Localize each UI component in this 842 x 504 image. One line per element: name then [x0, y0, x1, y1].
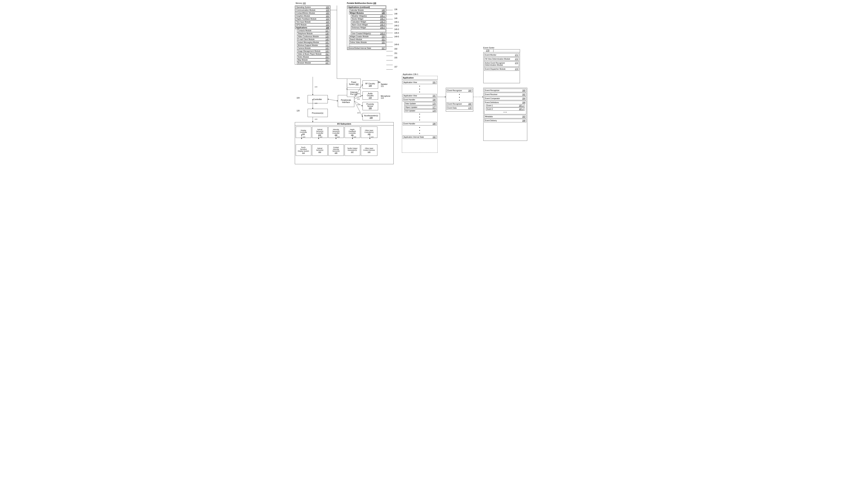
ref-149-2-label: 149-2	[394, 25, 399, 27]
device-module-row: Widget Creator Module150	[349, 35, 386, 38]
module-name: Contact/Motion Module	[296, 12, 315, 14]
device-module-name: ...	[350, 44, 351, 46]
hit-view-row: Hit View Determination Module 172	[484, 57, 519, 61]
module-name: Instant Messaging Module	[298, 41, 319, 43]
er-comparator-row: Event Comparator 184	[484, 97, 526, 100]
ref-157-label: 157	[394, 66, 398, 68]
module-ref: 130	[326, 12, 329, 14]
device-module-row: Calculator Widget149-3	[351, 20, 386, 23]
diagram-container: Memory 102 Operating System126Communicat…	[293, 0, 549, 165]
module-ref: 154	[326, 59, 329, 61]
device-module-ref: 149-4	[380, 24, 385, 26]
controller-box: Controller	[308, 95, 328, 103]
er-metadata-row: Metadata 183	[484, 115, 526, 118]
module-ref: 147	[326, 62, 329, 64]
svg-text:103: 103	[357, 104, 360, 106]
svg-text:103: 103	[357, 98, 360, 100]
app-view-2-box: Application View 191	[403, 94, 437, 97]
rf-box: RF Circuitry 108	[363, 80, 378, 89]
device-module-ref: 157	[382, 47, 385, 49]
device-module-row: ...	[351, 29, 386, 32]
event-sorter-ref: 170	[486, 49, 489, 52]
app-view-1-box: Application View 191	[403, 80, 437, 84]
ref-149-3-label: 149-3	[394, 28, 399, 30]
proximity-label: Proximity Sensor 166	[366, 103, 374, 109]
ref-149-6-label: 149-6	[394, 43, 399, 46]
module-name: Operating System	[296, 6, 311, 8]
memory-module-row: GPS Module135	[295, 23, 330, 26]
antenna-icon: ⌲	[378, 80, 381, 84]
memory-module-row: Telephone Module138	[297, 32, 330, 35]
event-sorter-label: Event Sorter	[483, 47, 494, 49]
module-name: Notes Module	[298, 56, 309, 58]
dots-1: •••	[402, 85, 437, 93]
module-ref: 142	[326, 44, 329, 46]
io-title: I/O Subsystem	[295, 122, 393, 125]
module-name: Haptic Feedback Module	[296, 18, 317, 20]
event2-row: Event 2 187-2	[486, 108, 525, 111]
module-name: Camera Module	[298, 47, 311, 49]
memory-module-row: Video Conference Module139	[297, 35, 330, 38]
device-module-row: Device/Global Internal State157	[348, 47, 386, 50]
module-name: GPS Module	[296, 24, 307, 26]
device-module-name: Online Video Module	[350, 41, 367, 43]
module-ref: 137	[326, 30, 329, 32]
module-ref: 128	[326, 9, 329, 11]
event-dispatcher-row: Event Dispatcher Module 174	[484, 67, 519, 71]
device-module-name: Applications (continued)	[348, 6, 370, 8]
accelerometer-box: Accelerometer(s) 168	[363, 113, 380, 120]
device-module-ref: 150	[382, 35, 385, 37]
audio-box: Audio Circuitry 110	[363, 91, 378, 100]
memory-module-row: Contact/Motion Module130	[295, 12, 330, 15]
device-module-row: Calendar Module148	[349, 9, 386, 12]
ref-120: 120	[297, 110, 300, 112]
device-module-name: Calculator Widget	[352, 21, 366, 23]
event-definitions-box: Event Definitions 186 Event 1 187-1 Even…	[484, 101, 526, 114]
module-name: Video & Music Player Module	[298, 53, 321, 55]
device-module-row: Stocks Widget149-2	[351, 18, 386, 20]
device-module-ref: 148	[382, 9, 385, 11]
device-module-name: User-Created Widget(s)	[352, 33, 371, 35]
active-event-row: Active Event Recognizer Determination Mo…	[484, 61, 519, 67]
device-module-ref: 149	[382, 12, 385, 14]
other-input-devices-box: Other InputControl Devices116	[361, 144, 378, 156]
device-module-name: Weather Widget(s)	[352, 15, 367, 17]
application-136-1-label: Application 136-1	[403, 73, 418, 75]
external-port-label: External Port 124	[350, 91, 357, 95]
processor-box: Processor(s)	[308, 109, 328, 117]
audio-label: Audio Circuitry 110	[367, 92, 374, 98]
ref-149-5-label: 149-5	[394, 36, 399, 38]
accelerometer-label: Accelerometer(s) 168	[363, 115, 380, 119]
ref-149-4-label: 149-4	[394, 32, 399, 34]
data-updater-box: Data Updater 176	[404, 102, 437, 105]
memory-module-row: Haptic Feedback Module133	[295, 18, 330, 20]
event-recognizer-mid-1: Event Recognizer 180	[447, 89, 472, 92]
device-label: Portable Multifunction Device 100	[347, 2, 376, 4]
contact-intensity-box: ContactIntensitySensor(s)165	[328, 144, 344, 156]
device-module-ref: 149-5	[380, 27, 385, 29]
event-sorter-box: Event Monitor 171 Hit View Determination…	[483, 52, 520, 83]
event1-row: Event 1 187-1	[486, 104, 525, 107]
other-input-controllers-box: Other InputController(s) 160	[361, 127, 378, 138]
object-updater-box: Object Updater 177	[404, 106, 437, 109]
device-module-name: Search Module	[350, 38, 362, 40]
er-detail-title: Event Recognizer 180	[484, 89, 526, 92]
proximity-box: Proximity Sensor 166	[363, 102, 378, 110]
module-ref: 126	[326, 6, 329, 8]
module-ref: 153	[326, 56, 329, 58]
device-module-ref: 151	[382, 38, 385, 40]
memory-module-row: Video & Music Player Module152	[297, 53, 330, 55]
device-module-name: Device/Global Internal State	[348, 47, 371, 49]
device-module-name: Dictionary Widget	[352, 27, 366, 29]
device-module-row: Alarm Clock Widget149-4	[351, 23, 386, 26]
module-ref: 152	[326, 53, 329, 55]
event-recognizer-detail-box: Event Recognizer 180 Event Receiver 182 …	[483, 88, 527, 141]
display-controller-box: DisplayController 156	[296, 127, 311, 138]
svg-line-20	[328, 99, 338, 101]
speaker-label-text: Speaker 111	[381, 83, 388, 87]
device-module-ref: 149-6	[380, 33, 385, 35]
module-ref: 138	[326, 33, 329, 35]
dots-2: •••	[402, 113, 437, 122]
svg-line-23	[354, 101, 363, 106]
memory-module-row: E-mail Client Module140	[297, 38, 330, 41]
